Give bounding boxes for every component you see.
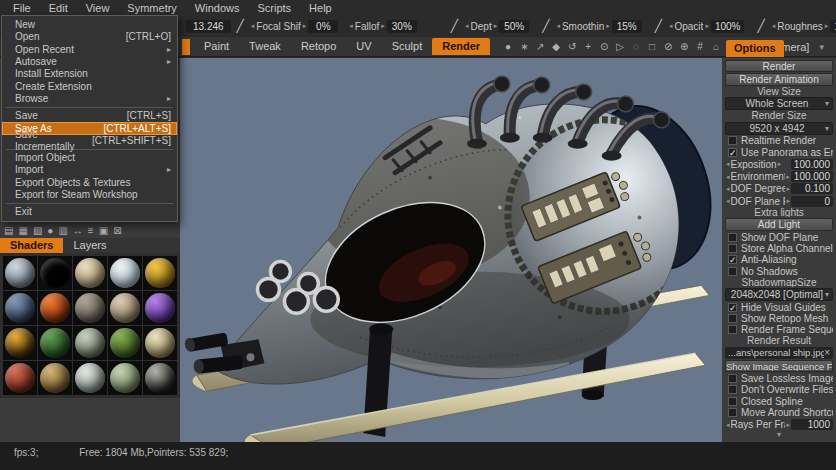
checkbox-dont-overwrite[interactable]: ✓Don't Overwrite Files	[725, 385, 833, 395]
globe-icon[interactable]: ⊕	[678, 41, 690, 52]
pen-icon[interactable]: ╱	[757, 19, 764, 33]
param-value[interactable]: 15%	[612, 20, 642, 33]
shader-swatch[interactable]	[3, 256, 37, 290]
increment-arrow-icon[interactable]: ▸	[302, 22, 308, 30]
tab-layers[interactable]: Layers	[63, 238, 116, 253]
shader-swatch[interactable]	[108, 291, 142, 325]
shader-swatch[interactable]	[143, 361, 177, 395]
checkbox-show-retopo-mesh[interactable]: ✓Show Retopo Mesh	[725, 313, 833, 323]
checkbox[interactable]: ✓	[728, 314, 737, 323]
shadowmap-size-dropdown[interactable]: 2048x2048 [Optimal] ▾	[725, 288, 833, 301]
increment-arrow-icon[interactable]: ▸	[704, 22, 710, 30]
spray-icon[interactable]: ∗	[518, 41, 530, 52]
menu-item-open[interactable]: Open[CTRL+O]	[2, 31, 177, 43]
checkbox[interactable]: ✓	[728, 267, 737, 276]
shader-swatch[interactable]	[73, 291, 107, 325]
shader-swatch[interactable]	[73, 256, 107, 290]
shader-swatch[interactable]	[38, 291, 72, 325]
pan-icon[interactable]: +	[582, 41, 594, 52]
tab-paint[interactable]: Paint	[194, 38, 239, 55]
add-light-button[interactable]: Add Light	[725, 218, 833, 230]
increment-arrow-icon[interactable]: ▸	[605, 22, 611, 30]
param-value[interactable]: 0%	[308, 20, 338, 33]
shader-swatch[interactable]	[38, 361, 72, 395]
viewport-3d[interactable]	[180, 58, 722, 442]
save-icon[interactable]: ▣	[99, 225, 108, 236]
shader-swatch[interactable]	[73, 361, 107, 395]
checkbox[interactable]: ✓	[728, 408, 737, 417]
color-swatch[interactable]	[182, 39, 190, 55]
checkbox-closed-spline[interactable]: ✓Closed Spline	[725, 396, 833, 406]
param-value[interactable]: 0.100	[791, 183, 833, 194]
close-icon[interactable]: ⊠	[113, 225, 121, 236]
droplet-icon[interactable]: ◆	[550, 41, 562, 52]
menu-item-export-steam[interactable]: Export for Steam Workshop	[2, 189, 177, 201]
curve-icon[interactable]: ↗	[534, 41, 546, 52]
rect-select-icon[interactable]: □	[646, 41, 658, 52]
brush-radius-value[interactable]: 13.246	[186, 20, 231, 33]
tab-render[interactable]: Render	[432, 38, 490, 55]
param-value[interactable]: 100%	[711, 20, 745, 33]
rotate-view-icon[interactable]: ↺	[566, 41, 578, 52]
checkbox[interactable]: ✓	[728, 255, 737, 264]
param-value[interactable]: 100%	[830, 20, 836, 33]
increment-arrow-icon[interactable]: ▸	[493, 22, 499, 30]
zoom-icon[interactable]: ⊙	[598, 41, 610, 52]
checkbox-move-around-shortcuts[interactable]: ✓Move Around Shortcuts	[725, 408, 833, 418]
menu-symmetry[interactable]: Symmetry	[118, 2, 186, 14]
checkbox[interactable]: ✓	[728, 244, 737, 253]
record-icon[interactable]: ●	[47, 225, 53, 236]
lasso-icon[interactable]: ◌	[630, 41, 642, 52]
tab-shaders[interactable]: Shaders	[0, 238, 63, 253]
chevron-down-icon[interactable]: ▾	[819, 42, 824, 52]
checkbox[interactable]: ✓	[728, 385, 737, 394]
render-button[interactable]: Render	[725, 60, 833, 72]
param-value[interactable]: 50%	[499, 20, 529, 33]
copy-layer-icon[interactable]: ▥	[58, 225, 67, 236]
shader-swatch[interactable]	[143, 326, 177, 360]
checkbox[interactable]: ✓	[728, 397, 737, 406]
shader-swatch[interactable]	[38, 326, 72, 360]
param-value[interactable]: 1000	[791, 419, 833, 430]
pen-icon[interactable]: ╱	[237, 19, 244, 33]
shader-swatch[interactable]	[108, 256, 142, 290]
viewport-3d-model[interactable]	[180, 58, 722, 442]
render-animation-button[interactable]: Render Animation	[725, 73, 833, 85]
menu-file[interactable]: File	[4, 2, 40, 14]
param-exposition[interactable]: ◂Exposition▸100.000	[725, 159, 833, 170]
decrement-arrow-icon[interactable]: ◂	[464, 22, 470, 30]
checkbox[interactable]: ✓	[728, 233, 737, 242]
pen-icon[interactable]: ╱	[655, 19, 662, 33]
play-icon[interactable]: ▷	[614, 41, 626, 52]
menu-scripts[interactable]: Scripts	[248, 2, 300, 14]
shader-swatch[interactable]	[3, 361, 37, 395]
decrement-arrow-icon[interactable]: ◂	[555, 22, 561, 30]
tab-retopo[interactable]: Retopo	[291, 38, 346, 55]
chevron-down-icon[interactable]: ▾	[825, 124, 829, 133]
chevron-down-icon[interactable]: ▾	[825, 99, 829, 108]
shader-swatch[interactable]	[3, 291, 37, 325]
decrement-arrow-icon[interactable]: ◂	[668, 22, 674, 30]
param-value[interactable]: 0	[791, 196, 833, 207]
checkbox[interactable]: ✓	[728, 374, 737, 383]
checkbox-hide-visual-guides[interactable]: ✓Hide Visual Guides	[725, 302, 833, 312]
swap-arrows-icon[interactable]: ↔	[73, 225, 83, 236]
disable-icon[interactable]: ⊘	[662, 41, 674, 52]
checkbox[interactable]: ✓	[728, 325, 737, 334]
shader-swatch[interactable]	[108, 326, 142, 360]
increment-arrow-icon[interactable]: ▸	[777, 160, 783, 168]
param-environment-light[interactable]: ◂Environment Light▸100.000	[725, 171, 833, 182]
render-result-path-field[interactable]: ...ans\personal ship.jpg ×	[725, 347, 833, 359]
checkbox-realtime-render[interactable]: ✓Realtime Render	[725, 136, 833, 146]
menu-windows[interactable]: Windows	[186, 2, 249, 14]
decrement-arrow-icon[interactable]: ◂	[250, 22, 256, 30]
checkbox-save-lossless[interactable]: ✓Save Lossless Images	[725, 373, 833, 383]
menu-item-save[interactable]: Save[CTRL+S]	[2, 110, 177, 122]
menu-view[interactable]: View	[77, 2, 119, 14]
show-image-sequence-button[interactable]: Show Image Sequence Fold	[725, 360, 833, 372]
checkbox-use-panorama[interactable]: ✓Use Panorama as Environ	[725, 147, 833, 157]
tab-sculpt[interactable]: Sculpt	[382, 38, 433, 55]
menu-item-open-recent[interactable]: Open Recent▸	[2, 44, 177, 56]
checkbox[interactable]: ✓	[728, 148, 737, 157]
increment-arrow-icon[interactable]: ▸	[380, 22, 386, 30]
